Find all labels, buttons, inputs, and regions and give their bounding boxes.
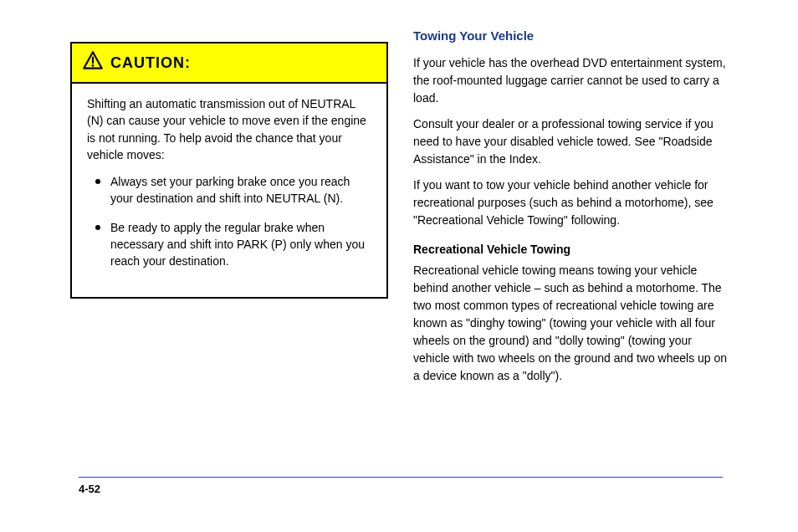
caution-title: CAUTION: (110, 54, 191, 72)
caution-box: CAUTION: Shifting an automatic transmiss… (70, 42, 388, 299)
list-item: Always set your parking brake once you r… (95, 173, 373, 207)
dinghy-para2: Consult your dealer or a professional to… (413, 115, 731, 168)
caution-list: Always set your parking brake once you r… (87, 173, 373, 269)
list-item: Be ready to apply the regular brake when… (95, 219, 373, 270)
notice-body: Recreational vehicle towing means towing… (413, 262, 731, 385)
caution-body: Shifting an automatic transmission out o… (72, 84, 386, 297)
page-footer: 4-52 (79, 477, 723, 495)
dinghy-para3: If you want to tow your vehicle behind a… (413, 176, 731, 229)
dinghy-section: Towing Your Vehicle If your vehicle has … (413, 27, 731, 393)
svg-point-1 (92, 64, 95, 67)
page-number: 4-52 (79, 483, 100, 495)
caution-header: CAUTION: (72, 43, 386, 84)
dinghy-para1: If your vehicle has the overhead DVD ent… (413, 54, 731, 107)
dinghy-body: If your vehicle has the overhead DVD ent… (413, 54, 731, 385)
caution-triangle-icon (82, 50, 104, 75)
caution-intro: Shifting an automatic transmission out o… (87, 95, 373, 163)
notice-heading: Recreational Vehicle Towing (413, 241, 731, 258)
dinghy-heading: Towing Your Vehicle (413, 27, 731, 46)
